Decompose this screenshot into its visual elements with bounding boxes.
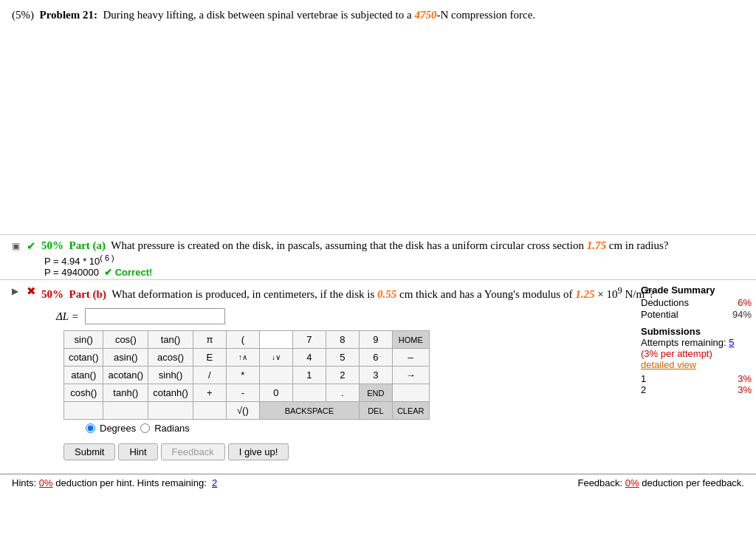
submit-button[interactable]: Submit: [63, 443, 115, 460]
sub-2-num: 2: [641, 384, 646, 395]
action-buttons-row: Submit Hint Feedback I give up!: [63, 443, 744, 460]
cotan-button[interactable]: cotan(): [64, 349, 103, 367]
acotan-button[interactable]: acotan(): [103, 367, 148, 384]
radians-label: Radians: [154, 423, 190, 434]
degrees-radio[interactable]: [86, 423, 95, 433]
sin-button[interactable]: sin(): [64, 331, 103, 349]
hints-right: Feedback: 0% deduction per feedback.: [577, 477, 744, 488]
n9-button[interactable]: 9: [359, 331, 392, 349]
hints-bar: Hints: 0% deduction per hint. Hints rema…: [0, 474, 756, 491]
potential-row: Potential 94%: [641, 309, 752, 320]
arrow-up-button[interactable]: ↑∧: [226, 349, 259, 367]
cotanh-button[interactable]: cotanh(): [148, 384, 193, 402]
arrow-dn-button[interactable]: ↓∨: [259, 349, 292, 367]
n0-button[interactable]: 0: [259, 384, 292, 402]
atan-button[interactable]: atan(): [64, 367, 103, 384]
n2-button[interactable]: 2: [326, 367, 359, 384]
empty2: [292, 384, 326, 402]
radians-radio[interactable]: [140, 423, 150, 433]
n3-button[interactable]: 3: [359, 367, 392, 384]
hints-label: Hints:: [12, 477, 36, 488]
delta-l-label: ΔL =: [56, 310, 79, 323]
part-a-check-icon: ✔: [27, 239, 41, 253]
arrow-right1-button[interactable]: –: [392, 349, 429, 367]
n7-button[interactable]: 7: [292, 331, 326, 349]
n4-button[interactable]: 4: [292, 349, 326, 367]
home-button[interactable]: HOME: [392, 331, 429, 349]
e-button[interactable]: E: [193, 349, 226, 367]
deductions-val: 6%: [738, 297, 752, 308]
per-attempt: (3% per attempt): [641, 348, 752, 359]
grade-summary-title: Grade Summary: [641, 284, 752, 296]
feedback-label: Feedback:: [577, 477, 622, 488]
part-a-row: ▣ ✔ 50% Part (a) What pressure is create…: [12, 235, 744, 279]
pi-button[interactable]: π: [193, 331, 226, 349]
arrow-right2-button[interactable]: →: [392, 367, 429, 384]
empty-row2-2: [103, 402, 148, 420]
grade-summary-box: Grade Summary Deductions 6% Potential 94…: [641, 284, 752, 395]
cosh-button[interactable]: cosh(): [64, 384, 103, 402]
submissions-section: Submissions Attempts remaining: 5 (3% pe…: [641, 326, 752, 395]
hint-button[interactable]: Hint: [118, 443, 157, 460]
calculator: sin() cos() tan() π ( 7 8 9 HOME cotan()…: [63, 330, 430, 434]
detailed-view-link[interactable]: detailed view: [641, 359, 752, 370]
acos-button[interactable]: acos(): [148, 349, 193, 367]
hints-desc: deduction per hint. Hints remaining:: [55, 477, 207, 488]
part-a-content: 50% Part (a) What pressure is created on…: [41, 239, 744, 278]
attempts-row: Attempts remaining: 5: [641, 337, 752, 348]
backspace-button[interactable]: BACKSPACE: [259, 402, 359, 420]
sinh-button[interactable]: sinh(): [148, 367, 193, 384]
hints-left: Hints: 0% deduction per hint. Hints rema…: [12, 477, 217, 488]
n8-button[interactable]: 8: [326, 331, 359, 349]
part-b-q-before: What deformation is produced, in centime…: [111, 288, 377, 300]
slash-button[interactable]: /: [193, 367, 226, 384]
plus-button[interactable]: +: [193, 384, 226, 402]
dot-button[interactable]: .: [326, 384, 359, 402]
part-b-q-after: × 10: [594, 288, 617, 300]
empty-cell: [259, 367, 292, 384]
potential-label: Potential: [641, 309, 678, 320]
tanh-button[interactable]: tanh(): [103, 384, 148, 402]
sqrt-button[interactable]: √(): [226, 402, 259, 420]
n6-button[interactable]: 6: [359, 349, 392, 367]
minus-button[interactable]: -: [226, 384, 259, 402]
degree-radians-row: Degrees Radians: [86, 423, 430, 434]
part-a-letter: Part (a): [69, 239, 106, 251]
problem-text-before: During heavy lifting, a disk between spi…: [103, 9, 414, 21]
part-a-question-after: cm in radius?: [606, 239, 669, 251]
problem-label: Problem 21:: [40, 9, 97, 21]
tan-button[interactable]: tan(): [148, 331, 193, 349]
problem-header: (5%) Problem 21: During heavy lifting, a…: [12, 9, 744, 21]
part-a-toggle-icon[interactable]: ▣: [12, 239, 27, 252]
sub-row-2: 2 3%: [641, 384, 752, 395]
cos-button[interactable]: cos(): [103, 331, 148, 349]
delta-l-input[interactable]: [85, 308, 225, 324]
feedback-pct: 0%: [625, 477, 639, 488]
part-a-percent: 50%: [41, 239, 63, 251]
clear-button[interactable]: CLEAR: [392, 402, 429, 420]
sub-1-pct: 3%: [738, 373, 752, 384]
force-value: 4750: [414, 9, 436, 21]
part-b-thickness: 0.55: [377, 288, 396, 300]
part-b-percent: 50%: [41, 288, 63, 300]
give-up-button[interactable]: I give up!: [228, 443, 289, 460]
empty-row2-3: [148, 402, 193, 420]
feedback-desc: deduction per feedback.: [642, 477, 744, 488]
problem-text-after: -N compression force.: [436, 9, 535, 21]
part-b-x-icon: ✖: [27, 284, 41, 298]
part-b-question: 50% Part (b) What deformation is produce…: [41, 284, 744, 302]
open-paren-button[interactable]: (: [226, 331, 259, 349]
degrees-label: Degrees: [100, 423, 136, 434]
end-button[interactable]: END: [359, 384, 392, 402]
asin-button[interactable]: asin(): [103, 349, 148, 367]
empty-row2-1: [64, 402, 103, 420]
star-button[interactable]: *: [226, 367, 259, 384]
sub-1-num: 1: [641, 373, 646, 384]
del-button[interactable]: DEL: [359, 402, 392, 420]
part-b-toggle-icon[interactable]: ▶: [12, 284, 27, 297]
feedback-button[interactable]: Feedback: [161, 443, 225, 460]
n5-button[interactable]: 5: [326, 349, 359, 367]
n1-button[interactable]: 1: [292, 367, 326, 384]
sub-2-pct: 3%: [738, 384, 752, 395]
hints-num: 2: [212, 477, 217, 488]
